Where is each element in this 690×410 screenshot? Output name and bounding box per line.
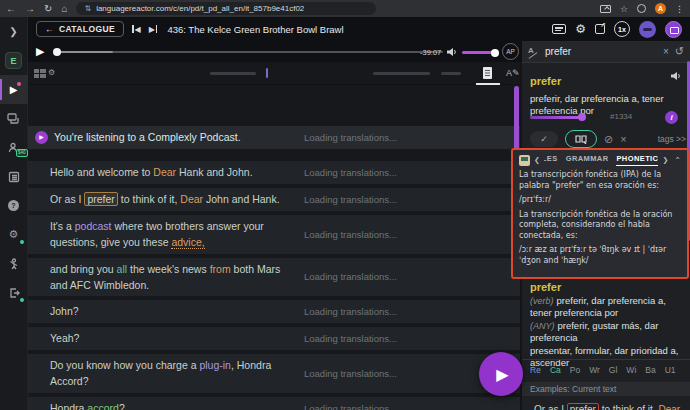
word-token[interactable]: prefer bbox=[567, 403, 599, 410]
subtitle-row[interactable]: Yeah?Loading translations... bbox=[28, 327, 520, 350]
sidebar-item-onboarding[interactable] bbox=[0, 249, 28, 278]
word-token[interactable]: Or as I bbox=[534, 404, 567, 410]
word-token[interactable]: Do you know how you charge a bbox=[50, 359, 199, 371]
word-token[interactable]: Dear bbox=[153, 166, 176, 178]
word-token[interactable]: Hondra bbox=[50, 402, 87, 410]
word-search-bar[interactable]: prefer × ↺ bbox=[522, 41, 690, 63]
seek-handle[interactable] bbox=[53, 48, 61, 56]
word-token[interactable]: John? bbox=[50, 305, 79, 317]
back-icon[interactable]: ← bbox=[6, 4, 16, 14]
ai-tab-grammar[interactable]: GRAMMAR bbox=[566, 154, 609, 166]
export-icon[interactable] bbox=[595, 24, 605, 34]
word-token[interactable]: accord bbox=[87, 402, 119, 410]
transcript-view-icon[interactable] bbox=[483, 67, 492, 79]
browser-avatar[interactable]: A bbox=[655, 3, 666, 14]
home-icon[interactable]: ⌂ bbox=[61, 4, 67, 14]
previous-track-button[interactable]: ◀ bbox=[132, 25, 141, 34]
dict-link-wr[interactable]: Wr bbox=[589, 365, 600, 375]
volume-handle[interactable] bbox=[491, 49, 499, 57]
play-button[interactable]: ▶ bbox=[36, 46, 44, 57]
bookmark-star-icon[interactable]: ☆ bbox=[620, 4, 628, 14]
subtitle-row[interactable]: ▶You're listening to a Complexly Podcast… bbox=[28, 126, 520, 149]
subtitle-row[interactable]: John?Loading translations... bbox=[28, 300, 520, 323]
sidebar-item-settings[interactable]: ⚙ bbox=[0, 220, 28, 249]
word-token[interactable]: and bring you bbox=[50, 263, 117, 275]
ai-tab-examples[interactable]: EXAMPLES bbox=[544, 154, 558, 166]
remove-word-button[interactable]: × bbox=[620, 134, 626, 145]
word-token[interactable]: to think of it, bbox=[599, 404, 658, 410]
subtitle-row[interactable]: Or as I prefer to think of it, Dear John… bbox=[28, 188, 520, 211]
sidebar-item-chat[interactable] bbox=[0, 104, 28, 133]
sidebar-item-saved-list[interactable] bbox=[0, 162, 28, 191]
sidebar-language-badge[interactable]: E bbox=[0, 46, 28, 75]
tabs-scroll-left-icon[interactable]: ❮ bbox=[534, 156, 540, 164]
word-token[interactable]: Hello and welcome to bbox=[50, 166, 153, 178]
sidebar-item-referral[interactable]: $40 bbox=[0, 133, 28, 162]
layout-grid-icon[interactable] bbox=[34, 69, 46, 78]
autopause-button[interactable]: AP bbox=[502, 43, 519, 60]
tabs-scroll-right-icon[interactable]: ❯ bbox=[662, 156, 668, 164]
extension-toggle-icon[interactable] bbox=[639, 21, 656, 38]
forward-icon[interactable]: → bbox=[25, 4, 35, 14]
dict-link-u1[interactable]: U1 bbox=[665, 365, 676, 375]
word-token[interactable]: ? bbox=[119, 402, 125, 410]
browser-menu-icon[interactable]: ⋮ bbox=[675, 4, 684, 14]
ignore-word-button[interactable]: ⊘ bbox=[604, 134, 613, 145]
next-track-button[interactable]: ▶ bbox=[149, 25, 158, 34]
word-token[interactable]: Yeah? bbox=[50, 332, 79, 344]
volume-icon[interactable] bbox=[446, 47, 458, 57]
subtitles-icon[interactable] bbox=[552, 24, 566, 34]
srs-progress-bar[interactable] bbox=[530, 116, 582, 119]
address-bar[interactable]: ⇅ languagereactor.com/c/en/pd/t_pd_all_e… bbox=[76, 2, 376, 15]
sidebar-item-help[interactable]: ? bbox=[0, 191, 28, 220]
word-token[interactable]: You're listening to a Complexly Podcast. bbox=[54, 131, 241, 143]
info-icon[interactable]: i bbox=[665, 111, 678, 124]
word-token[interactable]: Hank and John. bbox=[176, 166, 252, 178]
save-to-flashcards-button[interactable] bbox=[565, 130, 597, 148]
example-sentence[interactable]: Or as I prefer to think of it, Dear bbox=[522, 399, 690, 410]
extensions-icon[interactable] bbox=[637, 4, 646, 13]
dict-link-po[interactable]: Po bbox=[570, 365, 580, 375]
word-token[interactable]: the week's news bbox=[127, 263, 210, 275]
sidebar-item-player[interactable]: ▶ bbox=[0, 75, 28, 104]
subtitle-row[interactable]: Hondra accord?Loading translations... bbox=[28, 397, 520, 410]
word-token[interactable]: plug-in bbox=[199, 359, 231, 371]
word-token[interactable]: prefer bbox=[84, 192, 117, 206]
search-input[interactable]: prefer bbox=[545, 46, 657, 57]
dict-link-wi[interactable]: Wi bbox=[626, 365, 636, 375]
word-token[interactable]: all bbox=[117, 263, 128, 275]
search-history-icon[interactable]: ↺ bbox=[675, 46, 684, 57]
reload-icon[interactable]: ↻ bbox=[44, 4, 52, 14]
player-settings-gear-icon[interactable]: ⚙ bbox=[575, 23, 586, 35]
subtitle-row[interactable]: Hello and welcome to Dear Hank and John.… bbox=[28, 161, 520, 184]
dict-link-gl[interactable]: Gl bbox=[609, 365, 618, 375]
language-reactor-icon[interactable] bbox=[665, 21, 682, 38]
word-token[interactable]: It's a bbox=[50, 220, 75, 232]
pronounce-speaker-icon[interactable] bbox=[670, 71, 682, 81]
word-token[interactable]: Or as I bbox=[50, 193, 84, 205]
word-token[interactable]: John and Hank. bbox=[203, 193, 279, 205]
clear-search-icon[interactable]: × bbox=[663, 46, 669, 57]
subtitle-row[interactable]: It's a podcast where two brothers answer… bbox=[28, 215, 520, 254]
seek-bar[interactable] bbox=[55, 51, 443, 53]
word-token[interactable]: from bbox=[210, 263, 231, 275]
volume-slider[interactable] bbox=[462, 51, 496, 54]
dict-link-re[interactable]: Re bbox=[530, 365, 541, 375]
playback-speed-button[interactable]: 1x bbox=[614, 21, 630, 37]
row-play-icon[interactable]: ▶ bbox=[35, 131, 48, 144]
subtitle-row[interactable]: Do you know how you charge a plug-in, Ho… bbox=[28, 354, 520, 393]
sidebar-item-logout[interactable] bbox=[0, 278, 28, 307]
floating-play-button[interactable]: ▶ bbox=[479, 352, 523, 396]
srs-progress-handle[interactable] bbox=[578, 113, 586, 121]
cast-icon[interactable] bbox=[600, 5, 611, 13]
dict-link-ca[interactable]: Ca bbox=[550, 365, 561, 375]
headword[interactable]: prefer bbox=[530, 75, 561, 87]
catalogue-button[interactable]: ← CATALOGUE bbox=[36, 21, 124, 37]
collapse-icon[interactable]: ⌃ bbox=[674, 156, 681, 165]
definitions-headword[interactable]: prefer bbox=[530, 281, 682, 293]
word-token[interactable]: to think of it, bbox=[118, 193, 180, 205]
dict-link-ba[interactable]: Ba bbox=[645, 365, 655, 375]
word-token[interactable]: advice, bbox=[171, 236, 204, 249]
mark-known-button[interactable]: ✓ bbox=[530, 131, 558, 147]
word-token[interactable]: Dear bbox=[180, 193, 203, 205]
